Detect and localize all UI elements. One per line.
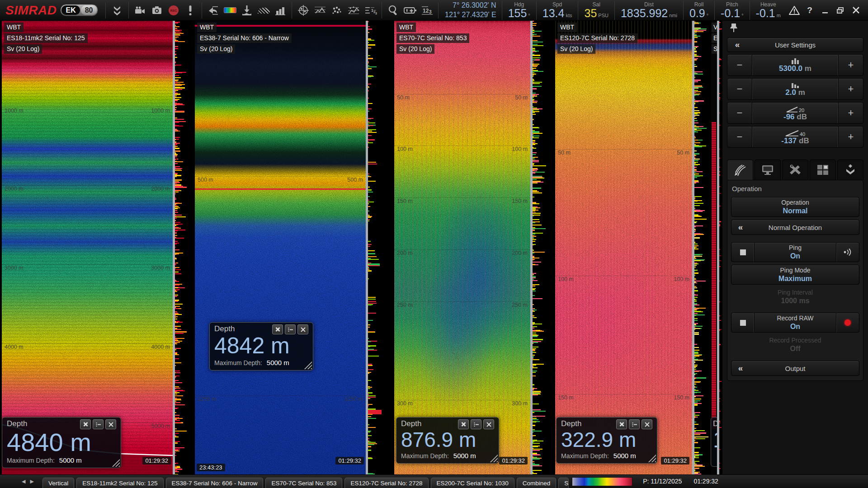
echo-trace-bar [719, 422, 721, 423]
depth-overlay-es120[interactable]: Depth 322.9 m Maxim [556, 417, 657, 464]
gain-20log-value-display[interactable]: 20 -96 dB [752, 103, 839, 123]
range-value-display[interactable]: 5300.0 m [752, 55, 839, 75]
depth-graph-icon[interactable] [312, 2, 327, 19]
restore-button[interactable] [833, 3, 848, 18]
history-back-icon[interactable] [206, 2, 221, 19]
tab-es200[interactable]: ES200-7C Serial No: 1030 [431, 478, 514, 488]
echo-trace-bar [175, 264, 176, 265]
tab-operation[interactable] [727, 160, 753, 180]
scroll-right-icon[interactable]: ▶ [30, 479, 33, 484]
depth-overlay-clipped[interactable]: De 1 [711, 417, 717, 467]
record-raw-button[interactable]: Record RAW On [731, 313, 859, 333]
ping-mode-button[interactable]: Ping Mode Maximum [731, 265, 859, 285]
color-palette-icon[interactable] [222, 2, 237, 19]
tab-es70[interactable]: ES70-7C Serial No: 853 [265, 478, 342, 488]
echo-trace-bar [533, 350, 535, 351]
battery-icon[interactable] [403, 2, 418, 19]
echo-trace-bar [175, 338, 176, 338]
echo-trace-bar [368, 139, 375, 141]
echo-trace-bar [533, 32, 534, 33]
echo-trace-bar [694, 301, 697, 302]
depth-list-button[interactable] [93, 419, 104, 429]
depth-close-button[interactable] [105, 419, 116, 429]
echogram-view-es38[interactable]: WBT ES38-7 Serial No: 606 - Narrow Sv (2… [195, 20, 366, 474]
tab-es38[interactable]: ES38-7 Serial No: 606 - Narrow [166, 478, 264, 488]
event-mark-icon[interactable] [183, 2, 198, 19]
numerals-display-icon[interactable]: 123 [420, 2, 434, 19]
gain-20log-increase-button[interactable]: + [839, 103, 863, 123]
color-scale-bar[interactable] [572, 477, 632, 486]
zoom-icon[interactable] [386, 2, 401, 19]
record-icon[interactable]: REC [166, 2, 181, 19]
tab-es120[interactable]: ES120-7C Serial No: 2728 [344, 478, 428, 488]
echo-trace-bar [175, 94, 180, 95]
histogram-icon[interactable] [273, 2, 288, 19]
warning-icon[interactable] [787, 3, 802, 18]
echo-trace-bar [694, 299, 695, 300]
range-increase-button[interactable]: + [839, 55, 863, 75]
normal-operation-button[interactable]: « Normal Operation [731, 220, 859, 235]
echo-trace-bar [694, 430, 705, 431]
gain-40log-decrease-button[interactable]: − [727, 127, 752, 147]
echo-trace-bar [694, 177, 697, 178]
collapse-chevrons-icon[interactable] [109, 2, 124, 19]
bottom-lock-icon[interactable] [239, 2, 254, 19]
depth-overlay-es38[interactable]: Depth 4842 m Maximu [209, 322, 313, 371]
scatter-plot-icon[interactable] [330, 2, 344, 19]
depth-gridline: 250 m250 m [394, 301, 530, 308]
operation-panel: Operation Operation Normal « Normal Oper… [727, 180, 863, 381]
tab-vertical[interactable]: Vertical [42, 478, 74, 488]
tab-setup-tools[interactable] [782, 160, 808, 180]
tab-install[interactable] [837, 160, 863, 180]
max-depth-value: 5000 m [59, 456, 82, 464]
line-graph-icon[interactable] [346, 2, 361, 19]
bottom-hardness-icon[interactable] [256, 2, 271, 19]
echogram-view-es18[interactable]: WBT ES18-11mk2 Serial No: 125 Sv (20 Log… [2, 20, 173, 474]
echo-trace-bar [533, 97, 534, 98]
echo-trace-bar [533, 160, 533, 160]
echogram-view-clipped[interactable]: V E S De 1 [711, 20, 717, 474]
tab-combined[interactable]: Combined [517, 478, 557, 488]
echo-trace-bar [175, 144, 177, 145]
ping-stop-icon[interactable] [731, 243, 755, 262]
depth-overlay-es18[interactable]: Depth 4840 m Maximu [2, 417, 121, 468]
start-depth-decrease-button[interactable]: − [727, 79, 752, 99]
output-button[interactable]: « Output [731, 361, 859, 376]
echo-trace-bar [175, 137, 180, 138]
echogram-view-es120[interactable]: WBT ES120-7C Serial No: 2728 Sv (20 Log)… [555, 20, 692, 474]
scroll-left-icon[interactable]: ◀ [22, 479, 25, 484]
gain-20log-decrease-button[interactable]: − [727, 103, 752, 123]
echo-trace-bar [175, 82, 177, 83]
gain-40log-increase-button[interactable]: + [839, 127, 863, 147]
start-depth-value-display[interactable]: 2.0 m [752, 79, 839, 99]
tab-window-layout[interactable] [810, 160, 836, 180]
video-camera-icon[interactable] [132, 2, 147, 19]
echo-trace-bar [175, 139, 176, 140]
gain-40log-value-display[interactable]: 40 -137 dB [752, 127, 839, 147]
range-decrease-button[interactable]: − [727, 55, 752, 75]
echo-trace-bar [694, 428, 696, 429]
echo-trace-bar [533, 295, 535, 296]
depth-close-button[interactable] [483, 419, 494, 429]
depth-overlay-es70[interactable]: Depth 876.9 m Maxim [396, 417, 499, 464]
operation-mode-button[interactable]: Operation Normal [731, 197, 859, 217]
minimize-button[interactable] [817, 3, 833, 18]
depth-close-button[interactable] [642, 419, 652, 429]
help-button[interactable]: ? [802, 3, 817, 18]
ping-button[interactable]: Ping On [731, 242, 859, 262]
close-button[interactable] [848, 3, 863, 18]
record-stop-icon[interactable] [731, 313, 755, 332]
echogram-view-es70[interactable]: WBT ES70-7C Serial No: 853 Sv (20 Log) 0… [394, 20, 530, 474]
echo-trace-bar [175, 306, 180, 307]
tab-es18[interactable]: ES18-11mk2 Serial No: 125 [76, 478, 163, 488]
sonar-target-icon[interactable] [296, 2, 311, 19]
tab-clipped[interactable]: S [558, 478, 569, 488]
start-depth-increase-button[interactable]: + [839, 79, 863, 99]
depth-close-button[interactable] [297, 324, 308, 334]
echo-trace-bar [533, 322, 535, 324]
user-settings-header[interactable]: « User Settings [727, 38, 863, 52]
pin-icon[interactable] [729, 23, 739, 35]
photo-camera-icon[interactable] [149, 2, 164, 19]
numbered-list-icon[interactable]: 123 [363, 2, 378, 19]
tab-display[interactable] [755, 160, 781, 180]
